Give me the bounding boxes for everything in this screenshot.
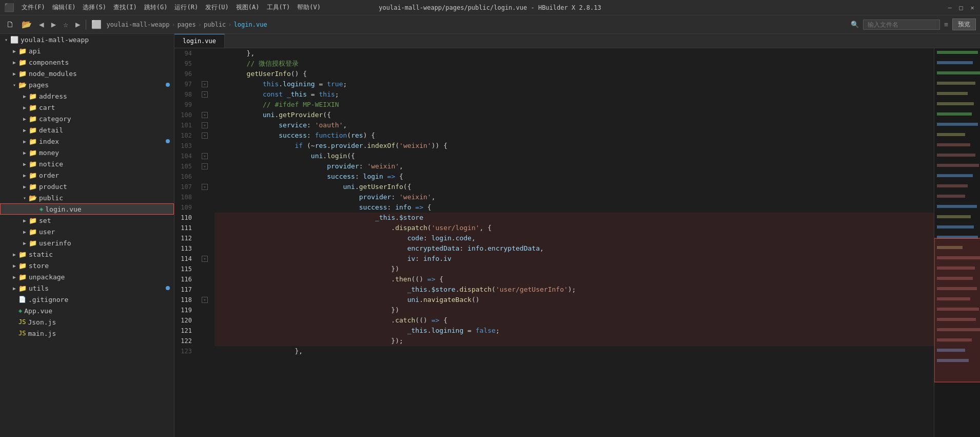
sidebar-item-order[interactable]: ▶ 📁 order xyxy=(0,169,174,181)
sidebar-item-category[interactable]: ▶ 📁 category xyxy=(0,113,174,124)
fold-99[interactable]: ▾ xyxy=(200,79,209,89)
sidebar-item-cart[interactable]: ▶ 📁 cart xyxy=(0,102,174,113)
code-111-comma: , { xyxy=(480,223,492,233)
sidebar-item-main-js[interactable]: JS main.js xyxy=(0,328,174,339)
fold-104-btn[interactable]: ▾ xyxy=(202,132,207,139)
sidebar-item-set[interactable]: ▶ 📁 set xyxy=(0,215,174,226)
line-num-97: 97 xyxy=(174,79,196,89)
fold-120[interactable]: ▾ xyxy=(200,295,209,305)
breadcrumb-public[interactable]: public xyxy=(204,21,226,28)
sidebar-item-money[interactable]: ▶ 📁 money xyxy=(0,147,174,158)
file-search-input[interactable] xyxy=(863,20,940,30)
code-content[interactable]: }, // 微信授权登录 getUserInfo() { this.logini… xyxy=(209,48,934,437)
line-num-96: 96 xyxy=(174,69,196,79)
fold-99-btn[interactable]: ▾ xyxy=(202,81,207,87)
tab-icon[interactable]: ⬜ xyxy=(89,18,104,30)
money-arrow-icon: ▶ xyxy=(21,150,29,156)
fold-107-btn[interactable]: ▾ xyxy=(202,163,207,169)
category-arrow-icon: ▶ xyxy=(21,116,29,122)
code-98-this: _this xyxy=(287,89,307,100)
menu-run[interactable]: 运行(R) xyxy=(171,2,201,13)
sidebar-item-detail[interactable]: ▶ 📁 detail xyxy=(0,124,174,136)
fold-100-btn[interactable]: ▾ xyxy=(202,91,207,98)
new-file-icon[interactable]: 🗋 xyxy=(4,18,16,30)
code-110-indent xyxy=(214,213,375,223)
menu-edit[interactable]: 编辑(E) xyxy=(49,2,79,13)
code-121-semi: ; xyxy=(496,326,500,336)
run-icon[interactable]: ▶ xyxy=(73,18,83,30)
fold-102-btn[interactable]: ▾ xyxy=(202,112,207,118)
sidebar-item-gitignore[interactable]: 📄 .gitignore xyxy=(0,294,174,305)
app-logo-icon: ⬛ xyxy=(4,3,14,12)
bookmark-icon[interactable]: ☆ xyxy=(61,18,70,30)
sidebar-item-pages[interactable]: ▾ 📂 pages xyxy=(0,79,174,90)
product-arrow-icon: ▶ xyxy=(21,184,29,189)
breadcrumb-root[interactable]: youlai-mall-weapp xyxy=(107,21,170,28)
code-109-indent xyxy=(214,202,359,213)
line-num-107: 107 xyxy=(174,182,196,192)
forward-icon[interactable]: ▶ xyxy=(49,18,58,30)
sidebar-label-app-vue: App.vue xyxy=(24,307,52,315)
toolbar: 🗋 📂 ◀ ▶ ☆ ▶ ⬜ youlai-mall-weapp › pages … xyxy=(0,15,980,34)
fold-102[interactable]: ▾ xyxy=(200,110,209,120)
sidebar-item-product[interactable]: ▶ 📁 product xyxy=(0,181,174,192)
minimize-button[interactable]: — xyxy=(946,4,953,11)
preview-button[interactable]: 预览 xyxy=(952,18,976,30)
code-113-info: info xyxy=(467,243,483,254)
sidebar-item-store[interactable]: ▶ 📁 store xyxy=(0,260,174,271)
sidebar-item-static[interactable]: ▶ 📁 static xyxy=(0,249,174,260)
sidebar-item-userinfo[interactable]: ▶ 📁 userinfo xyxy=(0,237,174,249)
maximize-button[interactable]: □ xyxy=(957,4,965,11)
menu-select[interactable]: 选择(S) xyxy=(80,2,109,13)
breadcrumb-file[interactable]: login.vue xyxy=(234,21,267,28)
fold-107[interactable]: ▾ xyxy=(200,161,209,172)
fold-114 xyxy=(200,233,209,243)
back-icon[interactable]: ◀ xyxy=(37,18,46,30)
breadcrumb-pages[interactable]: pages xyxy=(178,21,196,28)
sidebar-item-login-vue[interactable]: ◈ login.vue xyxy=(0,203,174,215)
sidebar-item-notice[interactable]: ▶ 📁 notice xyxy=(0,158,174,169)
fold-116[interactable]: ▾ xyxy=(200,254,209,264)
sidebar-item-utils[interactable]: ▶ 📁 utils xyxy=(0,282,174,294)
sidebar-item-json-js[interactable]: JS Json.js xyxy=(0,316,174,328)
menu-view[interactable]: 视图(A) xyxy=(233,2,263,13)
login-vue-file-icon: ◈ xyxy=(40,205,43,213)
fold-109-btn[interactable]: ▾ xyxy=(202,184,207,190)
sidebar-label-node-modules: node_modules xyxy=(29,70,77,78)
sidebar-item-user[interactable]: ▶ 📁 user xyxy=(0,226,174,237)
sidebar-item-node-modules[interactable]: ▶ 📁 node_modules xyxy=(0,68,174,79)
fold-106-btn[interactable]: ▾ xyxy=(202,153,207,159)
sidebar-item-root[interactable]: ▾ ⬜ youlai-mall-weapp xyxy=(0,34,174,45)
fold-100[interactable]: ▾ xyxy=(200,89,209,100)
sidebar-item-public[interactable]: ▾ 📂 public xyxy=(0,192,174,203)
fold-109[interactable]: ▾ xyxy=(200,182,209,192)
menu-file[interactable]: 文件(F) xyxy=(18,2,48,13)
open-file-icon[interactable]: 📂 xyxy=(19,18,34,30)
sidebar-item-address[interactable]: ▶ 📁 address xyxy=(0,90,174,102)
sidebar-item-components[interactable]: ▶ 📁 components xyxy=(0,56,174,68)
sidebar-item-app-vue[interactable]: ◈ App.vue xyxy=(0,305,174,316)
code-106-login: login xyxy=(363,172,383,182)
code-line-117: _this.$store.dispatch('user/getUserInfo'… xyxy=(214,284,934,295)
line-num-112: 112 xyxy=(174,233,196,243)
userinfo-arrow-icon: ▶ xyxy=(21,240,29,246)
set-folder-icon: 📁 xyxy=(29,217,37,224)
sidebar-item-api[interactable]: ▶ 📁 api xyxy=(0,45,174,56)
menu-find[interactable]: 查找(I) xyxy=(110,2,140,13)
main-js-file-icon: JS xyxy=(18,330,26,337)
fold-106[interactable]: ▾ xyxy=(200,151,209,161)
code-113-dot: . xyxy=(483,243,487,254)
close-button[interactable]: ✕ xyxy=(969,4,976,11)
menu-tools[interactable]: 工具(T) xyxy=(264,2,293,13)
fold-116-btn[interactable]: ▾ xyxy=(202,256,207,262)
fold-103-btn[interactable]: ▾ xyxy=(202,122,207,128)
tab-login-vue[interactable]: login.vue xyxy=(174,34,225,48)
menu-help[interactable]: 帮助(V) xyxy=(294,2,324,13)
fold-120-btn[interactable]: ▾ xyxy=(202,297,207,303)
sidebar-item-unpackage[interactable]: ▶ 📁 unpackage xyxy=(0,271,174,282)
sidebar-item-index[interactable]: ▶ 📁 index xyxy=(0,136,174,147)
fold-104[interactable]: ▾ xyxy=(200,130,209,141)
fold-103[interactable]: ▾ xyxy=(200,120,209,130)
menu-publish[interactable]: 发行(U) xyxy=(202,2,232,13)
menu-goto[interactable]: 跳转(G) xyxy=(141,2,171,13)
